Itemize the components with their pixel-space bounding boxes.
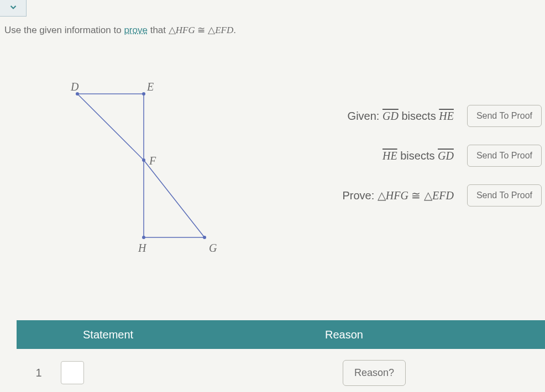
vertex-label-f: F	[149, 155, 156, 167]
vertex-label-g: G	[209, 242, 217, 255]
proof-table-header: Statement Reason	[17, 320, 545, 349]
geometry-diagram: D E F H G	[61, 77, 221, 265]
column-header-statement: Statement	[17, 329, 281, 341]
givens-panel: Given: GD bisects HE Send To Proof HE bi…	[260, 105, 542, 224]
reason-button-1[interactable]: Reason?	[343, 360, 406, 386]
svg-point-10	[203, 236, 206, 239]
triangle-lhs: △HFG	[169, 25, 195, 35]
svg-point-9	[142, 236, 145, 239]
given-row-1: Given: GD bisects HE Send To Proof	[260, 105, 542, 127]
chevron-down-icon	[8, 2, 18, 14]
prove-row: Prove: △HFG ≅ △EFD Send To Proof	[260, 184, 542, 206]
send-to-proof-button-3[interactable]: Send To Proof	[467, 184, 542, 206]
svg-line-4	[144, 160, 205, 237]
row-number: 1	[17, 367, 61, 379]
prove-link[interactable]: prove	[124, 25, 148, 35]
given-text-2: HE bisects GD	[260, 150, 454, 162]
collapse-toggle[interactable]	[0, 0, 27, 17]
instruction-prefix: Use the given information to	[4, 25, 124, 35]
given-text-1: Given: GD bisects HE	[260, 110, 454, 123]
vertex-label-e: E	[147, 81, 154, 93]
proof-row-1: 1 Reason?	[17, 353, 545, 392]
congruent-symbol: ≅	[197, 25, 205, 35]
given-row-2: HE bisects GD Send To Proof	[260, 145, 542, 167]
diagram-svg	[61, 77, 221, 265]
instruction-text: Use the given information to prove that …	[4, 24, 236, 36]
svg-point-7	[142, 92, 145, 96]
vertex-label-h: H	[138, 242, 146, 255]
send-to-proof-button-2[interactable]: Send To Proof	[467, 145, 542, 167]
column-header-reason: Reason	[281, 329, 545, 341]
send-to-proof-button-1[interactable]: Send To Proof	[467, 105, 542, 127]
svg-line-1	[77, 94, 144, 160]
triangle-rhs: △EFD	[208, 25, 233, 35]
prove-text: Prove: △HFG ≅ △EFD	[260, 189, 454, 202]
svg-point-8	[142, 158, 145, 162]
instruction-suffix: that	[148, 25, 169, 35]
vertex-label-d: D	[71, 81, 78, 93]
statement-input-1[interactable]	[61, 361, 84, 384]
